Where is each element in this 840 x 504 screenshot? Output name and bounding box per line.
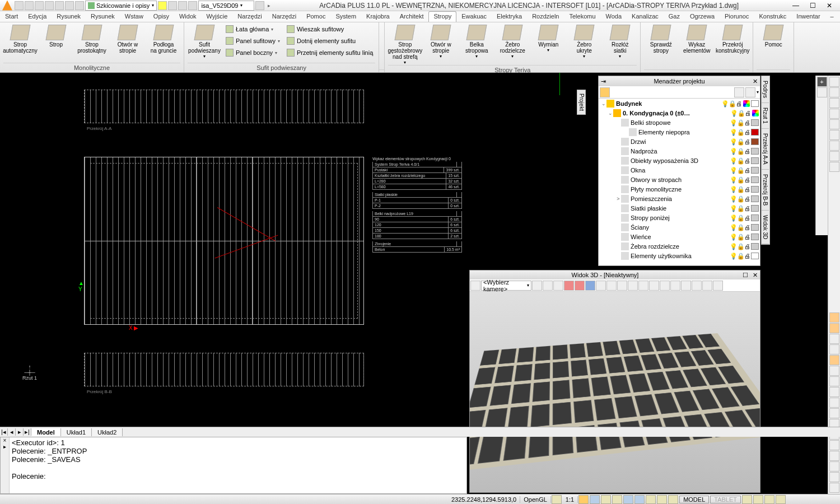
tree-node[interactable]: Otwory w stropach💡🔒🖨 — [599, 175, 760, 184]
tree-node[interactable]: Płyty monolityczne💡🔒🖨 — [599, 184, 760, 194]
ribbon-small-button[interactable]: Przetnij elementy sufitu linią — [284, 47, 375, 58]
status-scale[interactable]: 1:1 — [562, 496, 578, 503]
ribbon-tab-rysunek[interactable]: Rysunek — [52, 11, 86, 22]
status-osnap-icon[interactable] — [634, 495, 645, 504]
tree-level[interactable]: ⌄ 0. Kondygnacja 0 (±0… 💡🔒🖨 — [599, 108, 760, 118]
close-icon[interactable]: ✕ — [750, 272, 760, 279]
ribbon-tab-rozdzieln[interactable]: Rozdzieln — [527, 11, 564, 22]
color-swatch[interactable] — [751, 138, 759, 145]
color-swatch[interactable] — [751, 224, 759, 231]
refresh-icon[interactable] — [829, 151, 839, 161]
expand-icon[interactable]: > — [615, 196, 621, 202]
shadow-icon[interactable] — [660, 281, 670, 291]
ribbon-small-button[interactable]: Panel boczny▾ — [223, 47, 282, 58]
view3d-more-icon[interactable] — [702, 281, 712, 291]
ribbon-tab-elektryka[interactable]: Elektryka — [492, 11, 527, 22]
snap-node-icon[interactable] — [829, 461, 839, 472]
fly-icon[interactable] — [596, 281, 606, 291]
ribbon-small-button[interactable]: Łata główna▾ — [223, 24, 282, 35]
qat-preview-icon[interactable] — [55, 1, 64, 10]
ribbon-button[interactable]: Belkastropowa▾ — [460, 24, 493, 65]
axes-icon[interactable] — [553, 281, 563, 291]
ribbon-tab-narzędzi[interactable]: Narzędzi — [267, 11, 301, 22]
maximize-button[interactable]: ☐ — [804, 1, 821, 11]
tree-node[interactable]: Nadproża💡🔒🖨 — [599, 146, 760, 156]
tree-node[interactable]: Siatki płaskie💡🔒🖨 — [599, 203, 760, 213]
snap-mid-icon[interactable] — [829, 398, 839, 408]
collapse-icon[interactable]: ⌄ — [608, 110, 613, 116]
ribbon-tab-ewakuac[interactable]: Ewakuac — [456, 11, 492, 22]
side-tab[interactable]: Podrys — [762, 76, 769, 103]
ribbon-button[interactable]: Otwór wstropie▾ — [424, 24, 458, 65]
grid3d-icon[interactable] — [692, 281, 702, 291]
ribbon-tab-woda[interactable]: Woda — [601, 11, 627, 22]
render-icon[interactable] — [670, 281, 680, 291]
tree-node[interactable]: >Pomieszczenia💡🔒🖨 — [599, 194, 760, 203]
tree-node[interactable]: Ściany💡🔒🖨 — [599, 222, 760, 232]
pin-icon[interactable]: ⇥ — [601, 78, 606, 85]
sufit-podwieszany-button[interactable]: Sufit podwieszany ▾ — [188, 24, 221, 63]
ribbon-tab-konstrukc[interactable]: Konstrukc — [754, 11, 791, 22]
ribbon-button[interactable]: Strop — [39, 24, 73, 63]
color-swatch[interactable] — [751, 148, 759, 155]
rect-icon[interactable] — [829, 344, 839, 354]
orbit-icon[interactable] — [585, 281, 595, 291]
layer-combo[interactable]: isa_V529D09 ▾ — [198, 1, 254, 11]
ribbon-tab-start[interactable]: Start — [0, 11, 23, 22]
snap-set-icon[interactable] — [829, 483, 839, 493]
tree-node[interactable]: Wieńce💡🔒🖨 — [599, 232, 760, 241]
grid-icon[interactable] — [745, 87, 755, 97]
camera-walk-icon[interactable] — [470, 281, 480, 291]
status-extra2-icon[interactable] — [753, 495, 763, 504]
tree-node[interactable]: Okna💡🔒🖨 — [599, 165, 760, 175]
save-img-icon[interactable] — [628, 281, 638, 291]
status-extra3-icon[interactable] — [764, 495, 774, 504]
layout-tab[interactable]: Układ1 — [61, 428, 92, 436]
ribbon-small-button[interactable]: Dotnij elementy sufitu — [284, 35, 375, 46]
layer-lock-icon[interactable] — [178, 1, 187, 10]
status-lwt-icon[interactable] — [657, 495, 667, 504]
tree-node[interactable]: Elementy niepopra💡🔒🖨 — [599, 127, 760, 137]
chevron-down-icon[interactable]: ▾ — [757, 90, 759, 95]
snap-tan-icon[interactable] — [829, 440, 839, 450]
side-tab[interactable]: Przekrój B-B — [762, 170, 769, 211]
tree-node[interactable]: Obiekty wyposażenia 3D💡🔒🖨 — [599, 156, 760, 165]
ribbon-button[interactable]: Sprawdźstropy — [644, 24, 678, 69]
render-wire-icon[interactable] — [575, 281, 585, 291]
ribbon-tab-stropy[interactable]: Stropy — [428, 11, 456, 22]
text-icon[interactable] — [829, 376, 839, 386]
status-tablet[interactable]: TABLET — [710, 496, 741, 503]
qat-new-icon[interactable] — [15, 1, 24, 10]
panel-header[interactable]: ⇥ Menadżer projektu ✕ — [599, 76, 760, 86]
sun-icon[interactable] — [649, 281, 659, 291]
ribbon-tab-wstaw[interactable]: Wstaw — [120, 11, 148, 22]
tree-root[interactable]: ⌄ Budynek 💡🔒🖨 — [599, 99, 760, 108]
view3d-scene[interactable] — [470, 292, 760, 492]
ribbon-tab-pomoc[interactable]: Pomoc — [301, 11, 330, 22]
ribbon-button[interactable]: Przekrójkonstrukcyjny — [716, 24, 749, 69]
ribbon-tab-widok[interactable]: Widok — [174, 11, 202, 22]
circle-icon[interactable] — [829, 334, 839, 344]
snap-none-icon[interactable] — [829, 472, 839, 482]
qat-save-icon[interactable] — [35, 1, 44, 10]
rotate-icon[interactable] — [829, 141, 839, 151]
status-otrack-icon[interactable] — [646, 495, 656, 504]
snap-cen-icon[interactable] — [829, 408, 839, 418]
plus-icon[interactable]: + — [817, 77, 827, 87]
ribbon-tab-gaz[interactable]: Gaz — [664, 11, 685, 22]
snap-near-icon[interactable] — [829, 451, 839, 461]
color-swatch[interactable] — [751, 205, 759, 212]
color-swatch[interactable] — [751, 186, 759, 193]
zoom-in-icon[interactable] — [829, 109, 839, 119]
ribbon-button[interactable]: Żebrorodzielcze▾ — [496, 24, 529, 65]
tree-node[interactable]: Żebra rozdzielcze💡🔒🖨 — [599, 241, 760, 251]
project-tab-handle[interactable]: Projekt — [577, 90, 586, 115]
ribbon-tab-rysunek[interactable]: Rysunek — [86, 11, 120, 22]
color-swatch[interactable] — [751, 129, 759, 136]
line-icon[interactable] — [829, 312, 839, 323]
tab-last-icon[interactable]: ▸| — [24, 428, 31, 436]
mdi-min-button[interactable]: – — [825, 11, 839, 22]
tab-prev-icon[interactable]: ◂ — [8, 428, 16, 436]
arc-icon[interactable] — [829, 323, 839, 333]
color-swatch[interactable] — [751, 195, 759, 202]
